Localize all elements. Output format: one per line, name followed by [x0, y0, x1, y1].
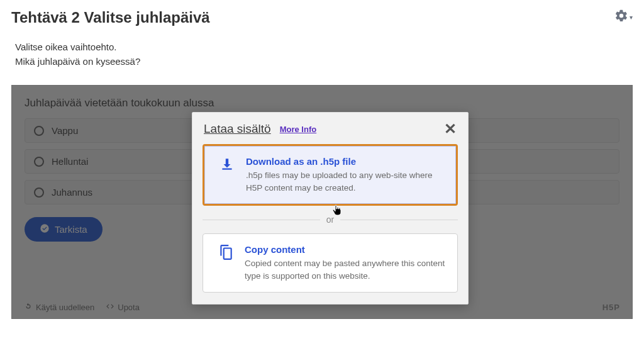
download-modal: Lataa sisältö More Info ✕ Download as an…: [192, 112, 469, 305]
more-info-link[interactable]: More Info: [280, 125, 317, 134]
download-icon: [214, 156, 240, 194]
download-card-title: Download as an .h5p file: [246, 156, 446, 167]
close-icon[interactable]: ✕: [444, 121, 457, 137]
question-line-2: Mikä juhlapäivä on kyseessä?: [15, 55, 629, 69]
chevron-down-icon: ▾: [630, 14, 633, 21]
modal-title: Lataa sisältö: [204, 122, 271, 136]
gear-icon: [614, 9, 628, 25]
or-separator: or: [203, 215, 458, 225]
gear-menu[interactable]: ▾: [614, 9, 633, 25]
copy-card-desc: Copied content may be pasted anywhere th…: [245, 257, 447, 282]
question-line-1: Valitse oikea vaihtoehto.: [15, 40, 629, 55]
copy-icon: [213, 244, 238, 282]
page-title: Tehtävä 2 Valitse juhlapäivä: [11, 9, 210, 26]
copy-content-card[interactable]: Copy content Copied content may be paste…: [203, 233, 458, 293]
question-block: Valitse oikea vaihtoehto. Mikä juhlapäiv…: [0, 26, 644, 80]
copy-card-title: Copy content: [245, 244, 447, 255]
download-card-desc: .h5p files may be uploaded to any web-si…: [246, 169, 446, 194]
download-h5p-card[interactable]: Download as an .h5p file .h5p files may …: [203, 144, 458, 206]
